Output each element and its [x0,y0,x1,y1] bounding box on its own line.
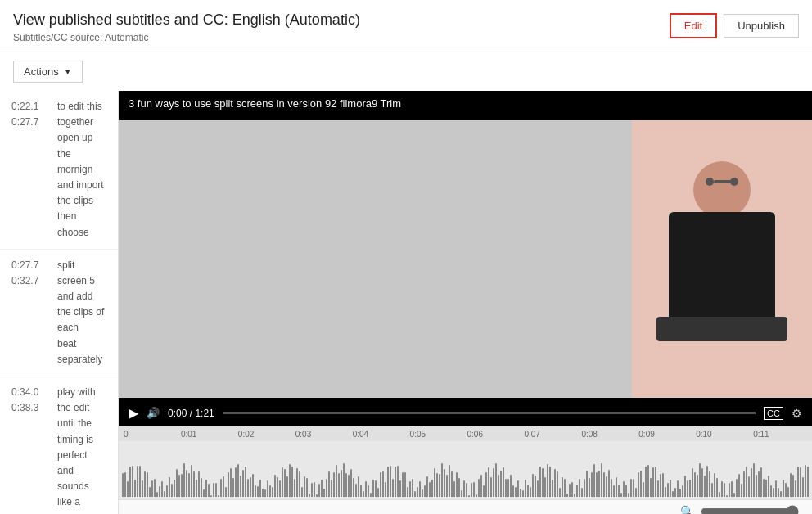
waveform-bar [802,477,804,497]
waveform-bar [655,467,656,497]
waveform-bar [451,471,453,497]
waveform-bar [805,465,806,497]
waveform-bar [753,463,755,497]
waveform-bar [129,467,131,497]
waveform-bar [333,472,335,497]
waveform-bar [331,480,332,497]
waveform-bar [247,479,249,497]
waveform-bar [309,494,310,497]
subtitle-times: 0:27.70:32.7 [11,258,44,367]
waveform-bar [345,473,347,497]
waveform-bar [635,488,637,497]
waveform-bar [704,476,706,497]
waveform-bar [800,467,801,497]
waveform-bar [149,487,151,497]
cc-button[interactable]: CC [764,407,783,420]
waveform-bar [527,485,529,497]
glasses-bridge [714,180,737,183]
waveform-bar [473,482,475,497]
waveform-bar [569,484,571,497]
waveform-bar [279,480,281,497]
waveform-bar [645,467,647,497]
waveform-bar [684,476,686,497]
waveform-bar [721,481,723,497]
waveform-bar [795,480,796,497]
subtitle-text: split screen 5 and add the clips of each… [57,258,106,367]
waveform-bar [679,489,681,497]
play-button[interactable]: ▶ [129,405,138,421]
waveform-bar [178,475,180,497]
current-time: 0:00 [168,408,187,419]
waveform-bar [775,480,777,497]
ruler-mark: 0:06 [466,430,523,439]
waveform-bar [778,488,779,497]
waveform-bar [436,473,438,497]
waveform-bar [316,494,318,497]
waveform-bar [493,468,494,497]
volume-button[interactable]: 🔊 [147,407,160,419]
waveform-bar [289,464,291,497]
waveform-bar [547,464,548,497]
waveform-bar [326,479,327,497]
waveform-bar [341,470,342,497]
unpublish-button[interactable]: Unpublish [724,14,799,38]
waveform-bar [542,468,544,497]
waveform-bar [186,470,187,497]
waveform-bar [535,476,536,497]
waveform-bar [525,480,526,497]
zoom-slider[interactable] [701,505,799,514]
ruler-mark: 0:07 [522,430,580,439]
waveform-bar [512,485,514,497]
waveform-bar [350,469,352,497]
video-left-panel [119,120,632,398]
waveform-bar [169,477,170,497]
waveform-bar [365,481,367,497]
waveform-bar [176,469,178,497]
edit-button[interactable]: Edit [670,13,717,38]
waveform-bar [738,474,740,497]
waveform-bar [574,494,575,497]
waveform-bar [262,489,264,497]
progress-bar[interactable] [223,412,756,414]
waveform-bar [638,472,639,497]
waveform-bar [154,479,156,497]
waveform-bar [807,467,809,497]
waveform-bar [267,480,268,497]
waveform-bar [151,480,153,497]
time-start: 0:22.1 [11,99,44,115]
waveform-bar [485,472,487,497]
waveform-bar [201,478,202,497]
waveform-bar [269,485,271,497]
actions-button[interactable]: Actions ▼ [13,61,83,83]
waveform-bar [510,475,512,497]
waveform-bar [228,472,229,497]
ruler-mark: 0:05 [408,430,466,439]
time-start: 0:34.0 [11,385,44,400]
waveform-bar [439,474,440,497]
waveform-bar [488,467,489,497]
waveform-bar [765,480,767,497]
waveform-bar [304,476,305,497]
waveform-bar [760,467,762,497]
waveform-bar [147,472,148,497]
waveform-bar [434,468,435,497]
waveform-bar [532,474,534,497]
waveform-bar [729,483,730,497]
waveform-bar [301,487,303,497]
waveform-bar [314,482,315,497]
waveform-bar [743,471,745,497]
time-start: 0:27.7 [11,258,44,273]
subtitle-list[interactable]: 0:22.10:27.7to edit this together open u… [0,91,119,514]
waveform-bar [576,485,578,497]
waveform-bar [756,475,757,497]
waveform-bar [699,463,701,497]
settings-button[interactable]: ⚙ [792,407,802,420]
waveform-bar [694,472,696,497]
waveform-bar [360,485,362,497]
waveform-bar [478,479,480,497]
waveform-bar [505,479,507,497]
waveform-bar [127,481,129,497]
waveform-bar [198,471,200,497]
ruler-mark: 0:09 [637,430,694,439]
waveform-bar [726,495,728,497]
